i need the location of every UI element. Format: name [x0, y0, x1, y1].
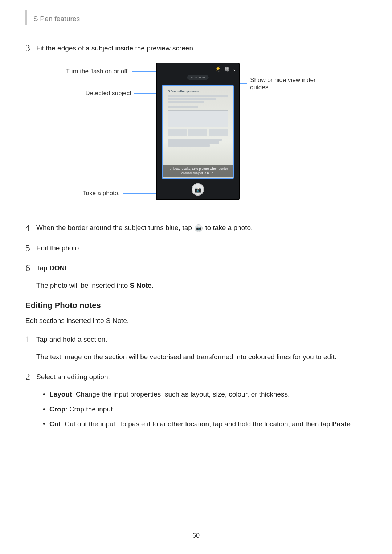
subsection-lead: Edit sections inserted into S Note.: [25, 317, 367, 325]
step-body: When the border around the subject turns…: [36, 222, 367, 233]
t: .: [152, 282, 154, 289]
step-body: Fit the edges of a subject inside the pr…: [36, 43, 367, 53]
step-6: 6 Tap DONE. The photo will be inserted i…: [25, 263, 367, 291]
done-bold: DONE: [49, 264, 69, 272]
step-text: The text image on the section will be ve…: [36, 352, 367, 362]
opt-rest: : Crop the input.: [65, 405, 114, 413]
step-body: Tap and hold a section. The text image o…: [36, 334, 367, 362]
paste-bold: Paste: [332, 420, 351, 428]
step-body: Edit the photo.: [36, 243, 367, 253]
opt-bold: Cut: [49, 420, 61, 428]
step-number: 6: [25, 263, 36, 291]
opt-bold: Layout: [49, 390, 72, 398]
sec2-step-1: 1 Tap and hold a section. The text image…: [25, 334, 367, 362]
step-number: 2: [25, 372, 36, 434]
step-text: When the border around the subject turns…: [36, 222, 367, 233]
annotated-screenshot: Turn the flash on or off. Detected subje…: [58, 63, 334, 208]
subsection-title: Editing Photo notes: [25, 301, 367, 310]
phone-mock: ⚡ Off ▦ Off › Photo note S Pen button ge…: [156, 63, 240, 200]
callout-subject: Detected subject: [58, 90, 156, 97]
guides-state: Off: [226, 70, 229, 73]
t: The photo will be inserted into: [36, 282, 130, 289]
camera-icon: 📷: [194, 186, 201, 193]
phone-top-bar: ⚡ Off ▦ Off ›: [157, 66, 239, 74]
page-header: S Pen features: [25, 12, 367, 25]
opt-rest: .: [351, 420, 352, 428]
step-4: 4 When the border around the subject tur…: [25, 222, 367, 233]
grid-icon: ▦ Off: [225, 67, 229, 73]
opt-bold: Crop: [49, 405, 65, 413]
step-text-after: to take a photo.: [203, 224, 253, 231]
viewfinder-hint: For best results, take picture when bord…: [163, 165, 233, 177]
flash-icon: ⚡ Off: [215, 67, 221, 73]
camera-mode-label: Photo note: [187, 75, 209, 80]
step-line2: The photo will be inserted into S Note.: [36, 280, 367, 291]
detected-document: S Pen button gestures: [168, 90, 228, 147]
callout-flash: Turn the flash on or off.: [58, 68, 156, 75]
step-text: Tap and hold a section.: [36, 334, 367, 345]
doc-title: S Pen button gestures: [168, 90, 228, 94]
list-item: Crop: Crop the input.: [43, 404, 367, 414]
t: Tap: [36, 264, 49, 272]
callout-flash-label: Turn the flash on or off.: [66, 68, 129, 75]
shutter-button: 📷: [192, 183, 204, 196]
callout-guides-label: Show or hide viewfinder guides.: [250, 77, 334, 91]
editing-options-list: Layout: Change the input properties, suc…: [36, 389, 367, 430]
callout-guides: Show or hide viewfinder guides.: [240, 77, 334, 91]
page-number: 60: [0, 532, 392, 539]
chevron-right-icon: ›: [233, 67, 235, 73]
step-line1: Tap DONE.: [36, 263, 367, 273]
viewfinder: S Pen button gestures For best results, …: [162, 85, 234, 179]
opt-rest: : Cut out the input. To paste it to anot…: [61, 420, 332, 428]
header-title: S Pen features: [33, 15, 80, 23]
step-text-before: When the border around the subject turns…: [36, 224, 194, 231]
snote-bold: S Note: [130, 282, 152, 289]
sec2-step-2: 2 Select an editing option. Layout: Chan…: [25, 372, 367, 434]
step-number: 4: [25, 222, 36, 233]
callout-shutter-label: Take a photo.: [83, 190, 120, 197]
opt-rest: : Change the input properties, such as l…: [72, 390, 290, 398]
step-text: Fit the edges of a subject inside the pr…: [36, 43, 367, 53]
step-number: 3: [25, 43, 36, 53]
header-bar: [25, 10, 27, 25]
camera-icon: 📷: [195, 224, 203, 232]
step-body: Select an editing option. Layout: Change…: [36, 372, 367, 434]
step-text: Select an editing option.: [36, 372, 367, 382]
step-number: 5: [25, 243, 36, 253]
document-page: S Pen features 3 Fit the edges of a subj…: [0, 0, 392, 554]
step-body: Tap DONE. The photo will be inserted int…: [36, 263, 367, 291]
callout-shutter: Take a photo.: [58, 190, 156, 197]
step-5: 5 Edit the photo.: [25, 243, 367, 253]
flash-state: Off: [217, 70, 220, 73]
step-3: 3 Fit the edges of a subject inside the …: [25, 43, 367, 53]
list-item: Layout: Change the input properties, suc…: [43, 389, 367, 399]
step-text: Edit the photo.: [36, 243, 367, 253]
list-item: Cut: Cut out the input. To paste it to a…: [43, 419, 367, 429]
t: .: [69, 264, 71, 272]
callout-subject-label: Detected subject: [85, 90, 131, 97]
diagram-block: Turn the flash on or off. Detected subje…: [25, 63, 367, 208]
step-number: 1: [25, 334, 36, 362]
